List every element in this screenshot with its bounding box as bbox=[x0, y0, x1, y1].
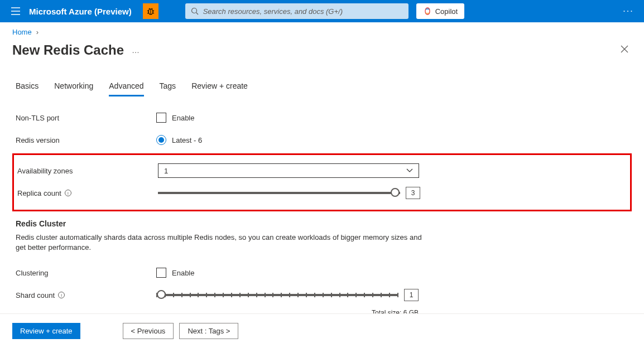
highlighted-region: Availability zones 1 Replica count i bbox=[12, 153, 632, 211]
content-scroll-area[interactable]: Basics Networking Advanced Tags Review +… bbox=[0, 72, 644, 313]
availability-zones-dropdown[interactable]: 1 bbox=[158, 163, 419, 178]
shard-count-value[interactable]: 1 bbox=[404, 289, 419, 301]
preview-bug-button[interactable] bbox=[143, 3, 158, 19]
tab-review-create[interactable]: Review + create bbox=[191, 78, 248, 96]
clustering-enable-label: Enable bbox=[172, 269, 194, 277]
chevron-down-icon bbox=[406, 168, 413, 173]
svg-line-10 bbox=[151, 8, 152, 9]
svg-line-12 bbox=[196, 13, 198, 15]
close-blade-button[interactable] bbox=[617, 42, 632, 58]
row-replica-count: Replica count i 3 bbox=[17, 182, 627, 204]
wizard-tabs: Basics Networking Advanced Tags Review +… bbox=[16, 72, 628, 96]
redis-version-label: Redis version bbox=[16, 136, 156, 144]
copilot-icon bbox=[423, 7, 432, 16]
svg-line-9 bbox=[149, 8, 150, 9]
replica-count-value[interactable]: 3 bbox=[406, 187, 420, 199]
global-search-input[interactable] bbox=[203, 7, 403, 16]
total-size-note: Total size: 6 GB bbox=[156, 309, 419, 313]
row-shard-count: Shard count i 1 bbox=[16, 284, 628, 306]
row-clustering: Clustering Enable bbox=[16, 262, 628, 284]
tab-advanced[interactable]: Advanced bbox=[109, 78, 143, 96]
previous-button[interactable]: < Previous bbox=[123, 323, 174, 339]
hamburger-menu-button[interactable] bbox=[4, 0, 27, 22]
copilot-button[interactable]: Copilot bbox=[416, 3, 464, 19]
tab-networking[interactable]: Networking bbox=[54, 78, 93, 96]
info-icon[interactable]: i bbox=[58, 292, 65, 298]
search-icon bbox=[191, 7, 199, 15]
redis-version-option-label: Latest - 6 bbox=[172, 136, 202, 144]
clustering-label: Clustering bbox=[16, 269, 156, 277]
hamburger-icon bbox=[11, 7, 20, 15]
page-title: New Redis Cache bbox=[12, 42, 124, 58]
page-header: New Redis Cache … bbox=[0, 40, 644, 68]
brand-label[interactable]: Microsoft Azure (Preview) bbox=[29, 7, 132, 16]
non-tls-port-checkbox[interactable] bbox=[156, 113, 166, 123]
azure-top-bar: Microsoft Azure (Preview) Copilot ··· bbox=[0, 0, 644, 22]
availability-zones-value: 1 bbox=[164, 167, 168, 175]
info-icon[interactable]: i bbox=[65, 190, 71, 196]
page-title-more-button[interactable]: … bbox=[132, 46, 141, 55]
global-search-box[interactable] bbox=[185, 3, 408, 19]
svg-point-11 bbox=[191, 8, 196, 13]
wizard-footer: Review + create < Previous Next : Tags > bbox=[0, 313, 644, 348]
breadcrumb: Home › bbox=[0, 22, 644, 40]
row-availability-zones: Availability zones 1 bbox=[17, 160, 627, 182]
row-redis-version: Redis version Latest - 6 bbox=[16, 129, 628, 151]
tab-tags[interactable]: Tags bbox=[160, 78, 176, 96]
clustering-checkbox[interactable] bbox=[156, 268, 166, 278]
close-icon bbox=[621, 45, 628, 53]
replica-count-slider[interactable] bbox=[158, 192, 400, 194]
redis-cluster-heading: Redis Cluster bbox=[16, 219, 628, 228]
redis-cluster-description: Redis cluster automatically shards data … bbox=[16, 233, 429, 253]
redis-version-radio[interactable] bbox=[156, 135, 166, 145]
shard-count-label: Shard count bbox=[16, 291, 55, 299]
top-bar-more-button[interactable]: ··· bbox=[617, 0, 640, 22]
slider-thumb[interactable] bbox=[157, 290, 166, 299]
non-tls-enable-label: Enable bbox=[172, 114, 194, 122]
row-non-tls-port: Non-TLS port Enable bbox=[16, 107, 628, 129]
shard-count-slider[interactable] bbox=[156, 294, 398, 296]
copilot-label: Copilot bbox=[435, 7, 458, 16]
tab-basics[interactable]: Basics bbox=[16, 78, 39, 96]
slider-thumb[interactable] bbox=[391, 188, 400, 197]
non-tls-port-label: Non-TLS port bbox=[16, 114, 156, 122]
chevron-right-icon: › bbox=[36, 28, 39, 36]
breadcrumb-home-link[interactable]: Home bbox=[12, 28, 32, 36]
availability-zones-label: Availability zones bbox=[17, 167, 158, 175]
next-button[interactable]: Next : Tags > bbox=[179, 323, 238, 339]
review-create-button[interactable]: Review + create bbox=[12, 323, 80, 339]
bug-icon bbox=[146, 7, 155, 16]
replica-count-label: Replica count bbox=[17, 189, 61, 197]
